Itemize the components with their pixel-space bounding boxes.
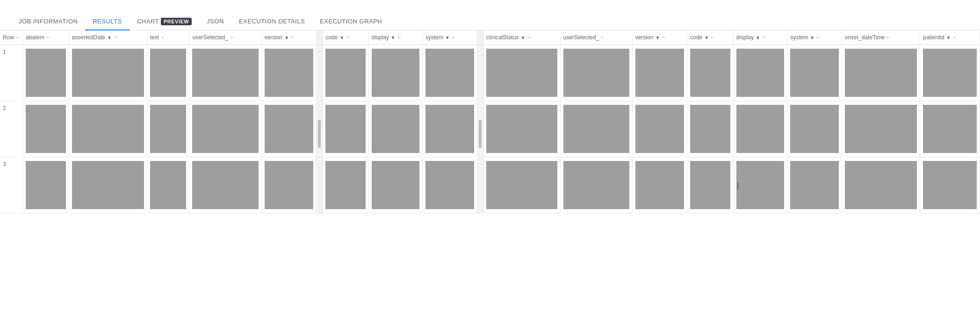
cell-content [325, 161, 365, 209]
resize-handle-row[interactable]: ⇔ [16, 35, 20, 40]
cell-content [372, 49, 420, 97]
cell-separator1-row1 [317, 101, 323, 157]
tab-chart[interactable]: CHARTPREVIEW [130, 13, 199, 30]
cell-system1-row2 [423, 157, 477, 213]
col-header-onsetDateTime: onset_dateTime ⇔ [842, 30, 920, 45]
cell-content [425, 105, 474, 153]
cell-system2-row2 [787, 157, 842, 213]
table-container[interactable]: Row ⇔abatem ⇔assertedDate▼ ⇔text ⇔userSe… [0, 30, 980, 213]
col-header-abatemr: abatem ⇔ [23, 30, 69, 45]
cell-content [790, 161, 839, 209]
col-header-assertedDate[interactable]: assertedDate▼ ⇔ [69, 30, 147, 45]
resize-handle-version2[interactable]: ⇔ [662, 35, 665, 40]
sort-icon-display1[interactable]: ▼ [391, 35, 396, 40]
cell-separator1-row2 [317, 157, 323, 213]
cell-content [325, 105, 365, 153]
sort-icon-code2[interactable]: ▼ [704, 35, 709, 40]
resize-handle-display2[interactable]: ⇔ [762, 35, 766, 40]
cell-content [635, 105, 685, 153]
col-header-version2[interactable]: version▼ ⇔ [632, 30, 687, 45]
cell-clinicalStatus-row1 [483, 101, 560, 157]
resize-handle-code1[interactable]: ⇔ [346, 35, 350, 40]
sort-icon-clinicalStatus[interactable]: ▼ [521, 35, 526, 40]
cell-content [150, 105, 187, 153]
resize-handle-onsetDateTime[interactable]: ⇔ [886, 35, 890, 40]
cell-content [736, 161, 785, 209]
resize-handle-code2[interactable]: ⇔ [711, 35, 714, 40]
cell-display1-row1 [368, 101, 423, 157]
results-table: Row ⇔abatem ⇔assertedDate▼ ⇔text ⇔userSe… [0, 30, 980, 213]
resize-handle-patientid[interactable]: ⇔ [953, 35, 957, 40]
cell-content [845, 105, 917, 153]
col-header-display1[interactable]: display▼ ⇔ [368, 30, 423, 45]
resize-handle-system2[interactable]: ⇔ [816, 35, 820, 40]
sort-icon-display2[interactable]: ▼ [756, 35, 760, 40]
col-header-version1[interactable]: version▼ ⇔ [261, 30, 317, 45]
resize-handle-userSelected1[interactable]: ⇔ [230, 35, 234, 40]
cell-abatemr-row2 [23, 157, 69, 213]
tab-results[interactable]: RESULTS [85, 13, 130, 30]
resize-handle-text[interactable]: ⇔ [161, 35, 165, 40]
resize-handle-display1[interactable]: ⇔ [397, 35, 401, 40]
tab-job-information[interactable]: JOB INFORMATION [11, 13, 85, 30]
cell-content [265, 49, 314, 97]
resize-handle-version1[interactable]: ⇔ [291, 35, 295, 40]
sort-icon-version1[interactable]: ▼ [284, 35, 289, 40]
cell-patientid-row1 [920, 101, 980, 157]
table-row: 2 [0, 101, 980, 157]
tabs-container: JOB INFORMATIONRESULTSCHARTPREVIEWJSONEX… [0, 13, 980, 30]
cell-onsetDateTime-row1 [842, 101, 920, 157]
col-header-system1[interactable]: system▼ ⇔ [423, 30, 477, 45]
sort-icon-patientid[interactable]: ▼ [946, 35, 951, 40]
resize-handle-abatemr[interactable]: ⇔ [46, 35, 50, 40]
cell-display1-row0 [368, 45, 423, 101]
cell-content [150, 49, 187, 97]
cell-content [690, 161, 730, 209]
cell-content [736, 49, 785, 97]
cell-content [923, 105, 977, 153]
col-header-code2[interactable]: code▼ ⇔ [687, 30, 733, 45]
cell-assertedDate-row2 [69, 157, 147, 213]
cell-content [425, 161, 474, 209]
cell-content [72, 161, 144, 209]
col-header-display2[interactable]: display▼ ⇔ [733, 30, 787, 45]
resize-handle-assertedDate[interactable]: ⇔ [114, 35, 117, 40]
resize-handle-clinicalStatus[interactable]: ⇔ [527, 35, 531, 40]
sort-icon-assertedDate[interactable]: ▼ [107, 35, 112, 40]
sort-icon-version2[interactable]: ▼ [655, 35, 660, 40]
tab-json[interactable]: JSON [199, 13, 231, 30]
col-header-system2[interactable]: system▼ ⇔ [787, 30, 842, 45]
resize-handle-system1[interactable]: ⇔ [452, 35, 455, 40]
cell-content [563, 49, 629, 97]
cell-system1-row0 [423, 45, 477, 101]
cell-content [26, 161, 66, 209]
sort-icon-code1[interactable]: ▼ [339, 35, 344, 40]
cell-display2-row2 [733, 157, 787, 213]
cell-content [635, 161, 685, 209]
cell-content [923, 161, 977, 209]
resize-handle-userSelected2[interactable]: ⇔ [601, 35, 605, 40]
cell-assertedDate-row1 [69, 101, 147, 157]
cell-text-row2 [147, 157, 189, 213]
cell-content [425, 49, 474, 97]
sort-icon-system2[interactable]: ▼ [810, 35, 814, 40]
cell-onsetDateTime-row2 [842, 157, 920, 213]
col-header-code1[interactable]: code▼ ⇔ [323, 30, 368, 45]
tab-execution-details[interactable]: EXECUTION DETAILS [231, 13, 312, 30]
cell-code1-row1 [323, 101, 368, 157]
scroll-indicator[interactable] [479, 120, 482, 148]
scroll-indicator[interactable] [318, 120, 321, 148]
page-container: JOB INFORMATIONRESULTSCHARTPREVIEWJSONEX… [0, 0, 980, 213]
col-header-userSelected1: userSelected_ ⇔ [189, 30, 261, 45]
col-header-clinicalStatus[interactable]: clinicalStatus▼ ⇔ [483, 30, 560, 45]
cell-code1-row0 [323, 45, 368, 101]
cell-content [192, 161, 258, 209]
cell-content [265, 105, 314, 153]
cell-code2-row2 [687, 157, 733, 213]
table-row: 1 [0, 45, 980, 101]
cell-content [923, 49, 977, 97]
tab-execution-graph[interactable]: EXECUTION GRAPH [312, 13, 389, 30]
sort-icon-system1[interactable]: ▼ [445, 35, 450, 40]
col-header-patientid[interactable]: patientid▼ ⇔ [920, 30, 980, 45]
cell-userSelected2-row2 [560, 157, 632, 213]
